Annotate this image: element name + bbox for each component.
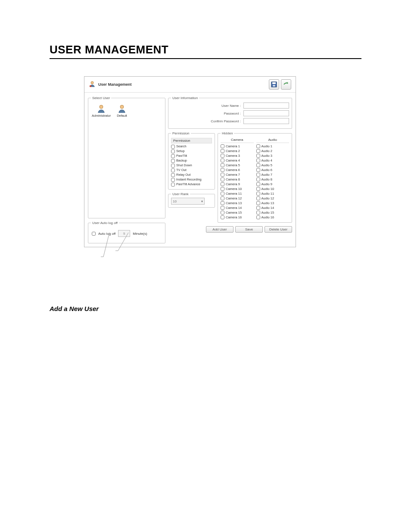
audio-checkbox[interactable] bbox=[256, 154, 260, 158]
camera-checkbox[interactable] bbox=[221, 177, 224, 181]
audio-label: Audio 9 bbox=[262, 182, 272, 187]
camera-row: Camera 10 bbox=[221, 187, 254, 191]
camera-checkbox[interactable] bbox=[221, 196, 224, 200]
permission-checkbox[interactable] bbox=[171, 178, 175, 182]
user-item-default[interactable]: Default bbox=[117, 104, 127, 118]
permission-checkbox[interactable] bbox=[171, 168, 175, 172]
add-user-button[interactable]: Add User bbox=[206, 226, 234, 233]
audio-row: Audio 15 bbox=[256, 210, 290, 215]
svg-point-6 bbox=[120, 105, 124, 109]
permission-item: Setup bbox=[171, 149, 212, 153]
permission-checkbox[interactable] bbox=[171, 183, 175, 187]
audio-checkbox[interactable] bbox=[256, 206, 260, 210]
camera-checkbox[interactable] bbox=[221, 163, 224, 167]
audio-checkbox[interactable] bbox=[256, 173, 260, 177]
password-input[interactable] bbox=[243, 110, 289, 116]
permission-label: Shut Down bbox=[176, 163, 192, 168]
audio-checkbox[interactable] bbox=[256, 168, 260, 172]
permission-group: Permission Permission SearchSetupPan/Til… bbox=[168, 131, 215, 190]
password-label: Password : bbox=[224, 112, 241, 115]
audio-label: Audio 6 bbox=[262, 168, 272, 172]
user-item-administrator[interactable]: Administrator bbox=[92, 104, 111, 118]
audio-checkbox[interactable] bbox=[256, 196, 260, 200]
username-input[interactable] bbox=[243, 103, 289, 109]
save-button[interactable]: Save bbox=[235, 226, 263, 233]
user-rank-select[interactable]: 10 ▾ bbox=[171, 198, 205, 205]
user-label: Default bbox=[117, 114, 127, 118]
audio-label: Audio 14 bbox=[262, 205, 274, 210]
camera-checkbox[interactable] bbox=[221, 206, 224, 210]
save-icon-button[interactable] bbox=[269, 79, 279, 90]
permission-item: Pan/Tilt bbox=[171, 154, 212, 158]
audio-row: Audio 12 bbox=[256, 196, 290, 201]
permission-legend: Permission bbox=[171, 131, 191, 135]
floppy-disk-icon bbox=[271, 81, 277, 87]
permission-checkbox[interactable] bbox=[171, 154, 175, 158]
audio-checkbox[interactable] bbox=[256, 163, 260, 167]
audio-label: Audio 15 bbox=[262, 210, 274, 215]
permission-item: Search bbox=[171, 144, 212, 149]
camera-checkbox[interactable] bbox=[221, 201, 224, 205]
permission-checkbox[interactable] bbox=[171, 173, 175, 177]
audio-label: Audio 5 bbox=[262, 163, 272, 168]
camera-row: Camera 14 bbox=[221, 205, 254, 210]
audio-checkbox[interactable] bbox=[256, 201, 260, 205]
audio-checkbox[interactable] bbox=[256, 182, 260, 186]
audio-label: Audio 16 bbox=[262, 215, 274, 220]
auto-logoff-checkbox[interactable] bbox=[92, 232, 96, 236]
audio-checkbox[interactable] bbox=[256, 149, 260, 153]
audio-row: Audio 11 bbox=[256, 191, 290, 196]
camera-row: Camera 3 bbox=[221, 153, 254, 158]
users-icon bbox=[89, 81, 96, 88]
permission-checkbox[interactable] bbox=[171, 159, 175, 163]
camera-row: Camera 1 bbox=[221, 144, 254, 149]
user-icon bbox=[97, 104, 106, 113]
camera-checkbox[interactable] bbox=[221, 187, 224, 191]
audio-checkbox[interactable] bbox=[256, 177, 260, 181]
permission-checkbox[interactable] bbox=[171, 149, 175, 153]
delete-user-button[interactable]: Delete User bbox=[265, 226, 292, 233]
user-label: Administrator bbox=[92, 114, 111, 118]
audio-row: Audio 9 bbox=[256, 182, 290, 187]
audio-checkbox[interactable] bbox=[256, 215, 260, 219]
exit-icon-button[interactable] bbox=[281, 79, 291, 90]
camera-checkbox[interactable] bbox=[221, 149, 224, 153]
permission-label: Search bbox=[176, 144, 187, 149]
audio-checkbox[interactable] bbox=[256, 159, 260, 162]
camera-row: Camera 11 bbox=[221, 191, 254, 196]
camera-checkbox[interactable] bbox=[221, 154, 224, 158]
permission-label: Pan/Tilt Advance bbox=[176, 182, 200, 187]
camera-label: Camera 11 bbox=[226, 191, 242, 196]
camera-row: Camera 8 bbox=[221, 177, 254, 182]
camera-row: Camera 13 bbox=[221, 201, 254, 205]
camera-checkbox[interactable] bbox=[221, 211, 224, 215]
camera-checkbox[interactable] bbox=[221, 192, 224, 196]
camera-label: Camera 7 bbox=[226, 172, 240, 177]
audio-checkbox[interactable] bbox=[256, 211, 260, 215]
permission-label: Relay Out bbox=[176, 173, 190, 177]
camera-checkbox[interactable] bbox=[221, 159, 224, 162]
audio-checkbox[interactable] bbox=[256, 192, 260, 196]
chevron-down-icon: ▾ bbox=[201, 199, 203, 203]
audio-row: Audio 1 bbox=[256, 144, 290, 149]
camera-checkbox[interactable] bbox=[221, 182, 224, 186]
audio-row: Audio 4 bbox=[256, 158, 290, 163]
camera-checkbox[interactable] bbox=[221, 168, 224, 172]
svg-rect-3 bbox=[272, 82, 276, 84]
camera-checkbox[interactable] bbox=[221, 215, 224, 219]
permission-header: Permission bbox=[171, 138, 212, 143]
confirm-password-input[interactable] bbox=[243, 118, 289, 124]
audio-checkbox[interactable] bbox=[256, 144, 260, 148]
camera-label: Camera 5 bbox=[226, 163, 240, 168]
audio-checkbox[interactable] bbox=[256, 187, 260, 191]
camera-label: Camera 8 bbox=[226, 177, 240, 182]
camera-checkbox[interactable] bbox=[221, 173, 224, 177]
camera-checkbox[interactable] bbox=[221, 144, 224, 148]
audio-row: Audio 7 bbox=[256, 172, 290, 177]
audio-row: Audio 13 bbox=[256, 201, 290, 205]
permission-checkbox[interactable] bbox=[171, 164, 175, 168]
auto-logoff-legend: User Auto log off bbox=[91, 221, 119, 225]
permission-checkbox[interactable] bbox=[171, 145, 175, 149]
user-rank-group: User Rank 10 ▾ bbox=[168, 192, 215, 208]
permission-label: Setup bbox=[176, 149, 185, 153]
